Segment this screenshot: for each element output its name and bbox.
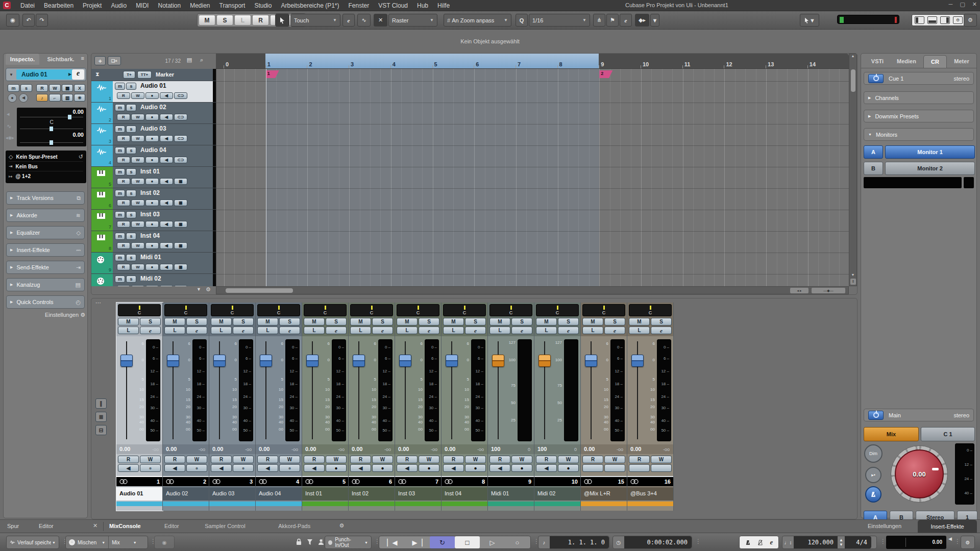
solo-button[interactable]: s — [126, 211, 136, 218]
read-automation-button[interactable]: R — [443, 456, 464, 463]
track-row-midi-01[interactable]: 9msMidi 01RW●◀▦ — [91, 253, 216, 274]
solo-button[interactable]: S — [558, 318, 579, 325]
track-row-audio-01[interactable]: 1msAudio 01RW●◀⊂⊃ — [91, 81, 216, 103]
dim-button[interactable]: Dim — [864, 444, 883, 463]
mix-menu-dropdown[interactable]: Mix▼ — [109, 536, 140, 548]
tool-mode-dropdown[interactable]: Touch▼ — [290, 14, 340, 27]
preset-row[interactable]: ◇ Kein Spur-Preset ↺ — [9, 152, 83, 162]
expand-icon[interactable]: ▶ — [68, 72, 71, 77]
mute-button[interactable]: m — [115, 104, 125, 111]
volume-value[interactable]: 0.00 — [630, 446, 641, 452]
setup-zones-icon[interactable]: ⚙ — [953, 16, 963, 24]
read-automation-button[interactable]: R — [582, 456, 603, 463]
left-zone-toggle[interactable] — [915, 16, 924, 24]
write-automation-button[interactable]: W — [131, 114, 144, 120]
scroll-down-icon[interactable]: ▼ — [849, 273, 856, 277]
record-enable-button[interactable]: ● — [279, 464, 300, 472]
mute-button[interactable]: m — [115, 147, 125, 154]
fader-cap[interactable] — [492, 355, 504, 367]
write-automation-button[interactable]: W — [558, 456, 579, 463]
monitor-button[interactable]: ◀ — [160, 264, 173, 270]
record-enable-button[interactable]: ● — [145, 221, 159, 228]
precount-icon[interactable] — [757, 539, 763, 546]
listen-button[interactable]: L — [536, 327, 557, 334]
track-body[interactable]: msAudio 04RW●◀⊂⊃ — [113, 145, 213, 166]
filter-icon[interactable] — [307, 539, 313, 545]
inspector-section-kanalzug[interactable]: ▶Kanalzug▤ — [6, 278, 85, 291]
channel-name-row[interactable]: Inst 03 — [395, 487, 441, 500]
go-to-end-button[interactable]: ▶▕ — [405, 536, 430, 548]
record-button[interactable]: ○ — [505, 536, 530, 548]
talkback-button[interactable]: ▸• — [865, 467, 881, 483]
menu-audio[interactable]: Audio — [106, 2, 131, 9]
fader-cap[interactable] — [260, 355, 272, 367]
write-automation-button[interactable]: W — [326, 456, 347, 463]
write-automation-button[interactable]: W — [131, 264, 144, 270]
listen-button[interactable]: L — [164, 327, 185, 334]
cue-channel-row[interactable]: Cue 1 stereo — [864, 72, 974, 85]
channel-name-row[interactable]: @Bus 3+4 — [627, 487, 673, 500]
lock-icon[interactable] — [296, 538, 302, 545]
monitor-button[interactable]: ◀ — [257, 464, 278, 472]
volume-value[interactable]: 0.00 — [584, 446, 595, 452]
snap-mode-dropdown[interactable]: Raster▼ — [388, 14, 437, 27]
channel-name-row[interactable]: Audio 03 — [209, 487, 255, 500]
write-automation-button[interactable]: W — [131, 92, 144, 99]
tempo-display[interactable]: 120.000 — [794, 536, 838, 548]
vertical-zoom-icon[interactable]: ⇕ — [850, 279, 856, 285]
listen-button[interactable]: L — [257, 327, 278, 334]
click-settings-button[interactable]: e — [770, 538, 773, 546]
volume-value[interactable]: 100 — [537, 446, 547, 452]
auto-fades-icon[interactable]: X — [74, 84, 85, 92]
output-menu-dropdown[interactable]: ⁙ Mischen▼ — [66, 536, 109, 548]
listen-button[interactable]: L — [582, 327, 603, 334]
channel-name-row[interactable]: @Mix L+R — [581, 487, 627, 500]
mute-button[interactable]: M — [257, 318, 278, 325]
mute-button[interactable]: M — [211, 318, 232, 325]
step-input-dropdown[interactable]: ▼ — [650, 14, 659, 27]
step-input-icon[interactable]: ◆▸ — [635, 14, 649, 27]
gear-icon[interactable]: ⚙ — [80, 312, 85, 318]
mixer-strip-inst-02[interactable]: CMSLe6051015203040000 –6 –12 –18 –24 –30… — [349, 303, 395, 511]
solo-button[interactable]: s — [126, 233, 136, 240]
main-channel-row[interactable]: Main stereo — [864, 409, 974, 421]
mute-button[interactable]: M — [164, 318, 185, 325]
track-body[interactable]: msMidi 01RW●◀▦ — [113, 253, 213, 273]
track-list-filter-icon[interactable]: ▤ — [184, 57, 194, 65]
horizontal-zoom-slider[interactable]: —◆— — [812, 288, 845, 293]
musical-timebase-icon[interactable]: ♪ — [36, 94, 48, 102]
listen-button[interactable]: L — [350, 327, 371, 334]
record-enable-button[interactable]: ● — [372, 464, 393, 472]
mute-button[interactable]: M — [629, 318, 650, 325]
track-body[interactable]: msAudio 02RW●◀⊂⊃ — [113, 103, 213, 123]
pan-control[interactable]: C — [443, 304, 486, 316]
stereo-config-icon[interactable]: ⊂⊃ — [174, 135, 187, 142]
edit-channel-button[interactable]: e — [140, 327, 161, 334]
mute-button[interactable]: m — [115, 126, 125, 133]
write-automation-button[interactable]: W — [131, 221, 144, 228]
mute-button[interactable]: m — [115, 276, 125, 283]
cue-power-button[interactable] — [868, 74, 884, 83]
scroll-up-icon[interactable]: ▲ — [849, 54, 856, 58]
record-enable-button[interactable]: ● — [145, 92, 159, 99]
menu-arbeitsbereiche-p1-[interactable]: Arbeitsbereiche (P1*) — [276, 2, 344, 9]
monitor-button[interactable]: ◀ — [304, 464, 325, 472]
solo-button[interactable]: S — [604, 318, 625, 325]
pan-control[interactable]: C — [118, 304, 161, 316]
pan-control[interactable]: C — [304, 304, 347, 316]
write-automation-button[interactable]: W — [372, 456, 393, 463]
mixer-menu-icon[interactable]: ⋯ — [95, 299, 102, 306]
read-automation-button[interactable]: R — [117, 264, 130, 270]
main-level-knob[interactable]: 0.00 — [895, 449, 944, 498]
edit-channel-button[interactable]: e — [72, 69, 84, 80]
solo-button[interactable]: S — [511, 318, 532, 325]
listen-button[interactable]: L — [211, 327, 232, 334]
menu-projekt[interactable]: Projekt — [78, 2, 106, 9]
mute-button[interactable]: M — [350, 318, 371, 325]
solo-button[interactable]: S — [326, 318, 347, 325]
read-automation-button[interactable]: R — [117, 178, 130, 185]
volume-value[interactable]: 100 — [491, 446, 500, 452]
edit-channel-button[interactable]: e — [419, 327, 439, 334]
record-enable-button[interactable]: ● — [145, 242, 159, 249]
mute-button[interactable]: m — [115, 211, 125, 218]
